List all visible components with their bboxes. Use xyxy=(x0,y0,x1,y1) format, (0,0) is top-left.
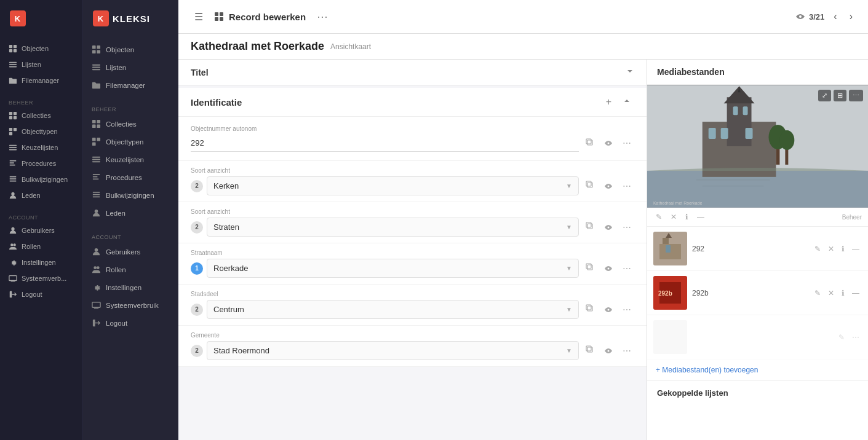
objectnummer-value[interactable]: 292 xyxy=(191,135,579,152)
thumb292-delete-btn[interactable]: ✕ xyxy=(826,243,837,254)
keuzelijsten-icon xyxy=(9,143,17,152)
wide-nav-filemanager[interactable]: Filemanager xyxy=(83,76,178,94)
media-edit-btn[interactable]: ✎ xyxy=(653,211,664,222)
svg-rect-76 xyxy=(743,106,748,115)
wide-nav-systeem[interactable]: Systeemverbruik xyxy=(83,296,178,314)
wide-nav-lijsten[interactable]: Lijsten xyxy=(83,58,178,76)
media-expand-btn[interactable]: ⤢ xyxy=(818,90,831,101)
gemeente-eye-btn[interactable] xyxy=(601,344,616,358)
top-bar: ☰ Record bewerken ⋯ 3/21 ‹ › xyxy=(178,0,868,34)
media-grid-btn[interactable]: ⊞ xyxy=(834,90,846,101)
stadsdeel-value: Centrum xyxy=(213,305,244,314)
straatnaam-more-btn[interactable]: ⋯ xyxy=(619,262,634,275)
narrow-nav-objecten[interactable]: Objecten xyxy=(0,41,82,57)
wide-nav-objecten[interactable]: Objecten xyxy=(83,41,178,58)
next-record-button[interactable]: › xyxy=(846,10,856,23)
wide-nav-collecties[interactable]: Collecties xyxy=(83,115,178,133)
objectnummer-eye-btn[interactable] xyxy=(601,136,616,150)
wide-nav-gebruikers[interactable]: Gebruikers xyxy=(83,243,178,261)
thumb292b-info-btn[interactable]: ℹ xyxy=(839,288,847,299)
empty-more-btn[interactable]: ⋯ xyxy=(850,332,862,343)
wide-nav-procedures[interactable]: Procedures xyxy=(83,168,178,186)
identificatie-collapse-button[interactable] xyxy=(619,95,634,109)
narrow-nav-procedures[interactable]: Procedures xyxy=(0,155,82,171)
media-dash-btn[interactable]: — xyxy=(695,211,707,222)
objectnummer-copy-btn[interactable] xyxy=(583,136,597,151)
narrow-nav-lijsten[interactable]: Lijsten xyxy=(0,57,82,73)
identificatie-add-button[interactable]: + xyxy=(603,95,615,109)
soort1-more-btn[interactable]: ⋯ xyxy=(619,179,634,193)
wide-nav-logout[interactable]: Logout xyxy=(83,314,178,332)
kebab-menu-button[interactable]: ⋯ xyxy=(313,9,332,25)
soort2-copy-btn[interactable] xyxy=(583,220,597,234)
rollen-icon xyxy=(9,242,17,251)
thumb292-dash-btn[interactable]: — xyxy=(850,243,862,254)
narrow-nav-instellingen[interactable]: Instellingen xyxy=(0,254,82,270)
identificatie-header: Identificatie + xyxy=(178,88,647,117)
identificatie-actions: + xyxy=(603,95,634,109)
prev-record-button[interactable]: ‹ xyxy=(830,10,840,23)
thumb292b-delete-btn[interactable]: ✕ xyxy=(826,288,837,299)
gemeente-more-btn[interactable]: ⋯ xyxy=(619,344,634,358)
soort-aanzicht-1-select[interactable]: Kerken ▼ xyxy=(207,176,579,195)
stadsdeel-more-btn[interactable]: ⋯ xyxy=(619,303,634,316)
stadsdeel-copy-btn[interactable] xyxy=(583,302,597,316)
soort2-eye-btn[interactable] xyxy=(601,221,616,234)
media-main-image: Kathedraal met Roerkade ⤢ ⊞ ⋯ xyxy=(647,85,868,208)
narrow-nav-leden[interactable]: Leden xyxy=(0,187,82,203)
chevron-down-icon-4: ▼ xyxy=(566,306,572,313)
empty-edit-btn[interactable]: ✎ xyxy=(836,332,847,343)
narrow-nav-logout[interactable]: Logout xyxy=(0,286,82,302)
wide-nav-bulkwijzigingen[interactable]: Bulkwijzigingen xyxy=(83,186,178,204)
objectnummer-more-btn[interactable]: ⋯ xyxy=(619,136,634,150)
narrow-nav-gebruikers[interactable]: Gebruikers xyxy=(0,222,82,238)
svg-rect-75 xyxy=(733,106,738,115)
narrow-lijsten-label: Lijsten xyxy=(22,61,41,68)
titel-section-header[interactable]: Titel xyxy=(178,60,647,85)
stadsdeel-eye-btn[interactable] xyxy=(601,303,616,316)
straatnaam-eye-btn[interactable] xyxy=(601,262,616,275)
add-media-button[interactable]: + Mediabestand(en) toevoegen xyxy=(647,359,868,381)
media-bottom-toolbar: ✎ ✕ ℹ — Beheer xyxy=(647,208,868,227)
hamburger-button[interactable]: ☰ xyxy=(191,9,207,25)
narrow-nav-bulkwijzigingen[interactable]: Bulkwijzigingen xyxy=(0,171,82,187)
soort1-copy-btn[interactable] xyxy=(583,179,597,193)
wide-leden-label: Leden xyxy=(106,210,125,217)
thumb292b-dash-btn[interactable]: — xyxy=(850,288,862,299)
narrow-nav-collecties[interactable]: Collecties xyxy=(0,108,82,124)
breadcrumb: Record bewerken xyxy=(214,12,306,22)
wide-nav-rollen[interactable]: Rollen xyxy=(83,261,178,278)
eye-icon-2 xyxy=(604,183,613,189)
gemeente-copy-btn[interactable] xyxy=(583,344,597,358)
wide-nav-leden[interactable]: Leden xyxy=(83,204,178,222)
svg-rect-23 xyxy=(92,45,96,49)
wide-nav-objecttypen[interactable]: Objecttypen xyxy=(83,133,178,151)
soort2-more-btn[interactable]: ⋯ xyxy=(619,221,634,234)
soort1-eye-btn[interactable] xyxy=(601,179,616,193)
stadsdeel-select[interactable]: Centrum ▼ xyxy=(207,300,579,319)
svg-point-17 xyxy=(11,192,14,195)
titel-collapse-button[interactable] xyxy=(626,67,634,77)
media-more-btn[interactable]: ⋯ xyxy=(849,90,863,101)
svg-rect-51 xyxy=(587,140,592,145)
narrow-nav-systeem[interactable]: Systeemverb... xyxy=(0,270,82,286)
wide-nav-keuzelijsten[interactable]: Keuzelijsten xyxy=(83,151,178,168)
thumb292b-edit-btn[interactable]: ✎ xyxy=(812,288,823,299)
narrow-nav-filemanager[interactable]: Filemanager xyxy=(0,73,82,88)
straatnaam-copy-btn[interactable] xyxy=(583,261,597,275)
svg-rect-12 xyxy=(14,128,17,131)
thumb292-info-btn[interactable]: ℹ xyxy=(839,243,847,254)
svg-rect-6 xyxy=(9,66,17,68)
media-delete-btn[interactable]: ✕ xyxy=(668,211,679,222)
wide-nav-instellingen[interactable]: Instellingen xyxy=(83,278,178,296)
media-info-btn[interactable]: ℹ xyxy=(683,211,691,222)
straatnaam-select[interactable]: Roerkade ▼ xyxy=(207,259,579,278)
wide-logout-icon xyxy=(92,318,101,328)
thumb292-edit-btn[interactable]: ✎ xyxy=(812,243,823,254)
gemeente-select[interactable]: Stad Roermond ▼ xyxy=(207,341,579,360)
thumb-292-label: 292 xyxy=(692,245,704,253)
narrow-nav-rollen[interactable]: Rollen xyxy=(0,238,82,254)
narrow-nav-objecttypen[interactable]: Objecttypen xyxy=(0,124,82,139)
narrow-nav-keuzelijsten[interactable]: Keuzelijsten xyxy=(0,139,82,155)
soort-aanzicht-2-select[interactable]: Straten ▼ xyxy=(207,218,579,237)
